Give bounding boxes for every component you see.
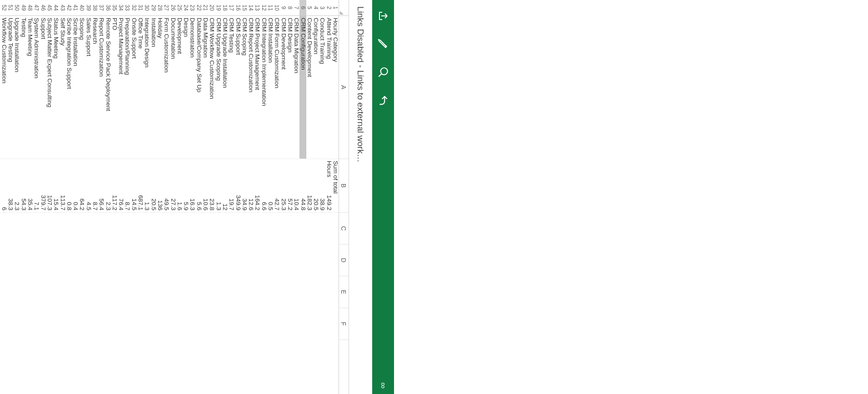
cell-b[interactable]: 2.3 <box>105 159 111 213</box>
draw-icon[interactable] <box>377 38 389 50</box>
cell-a[interactable]: PTO <box>111 16 118 159</box>
cell-b[interactable]: 5.9 <box>183 159 189 213</box>
row-header[interactable]: 47 <box>33 0 40 16</box>
cell-a[interactable]: Content Development <box>306 16 313 159</box>
cell-b[interactable]: 113.7 <box>59 159 65 213</box>
cell-b[interactable]: 8.7 <box>124 159 130 213</box>
row-header[interactable]: 5 <box>306 0 313 16</box>
row-header[interactable]: 50 <box>14 0 20 16</box>
share-icon[interactable] <box>377 10 389 22</box>
cell-b[interactable]: 7.1 <box>33 159 40 213</box>
cell-a[interactable]: Database/Company Set Up <box>195 16 202 159</box>
cell-a[interactable]: Workflow Customization <box>1 16 7 159</box>
row-header[interactable]: 2 <box>325 0 332 16</box>
cell-a[interactable]: Installation <box>150 16 156 159</box>
undo-icon[interactable] <box>377 95 389 106</box>
cell-b[interactable]: 20.5 <box>313 159 319 213</box>
row-header[interactable]: 33 <box>124 0 130 16</box>
cell-a[interactable]: CRM Data Migration <box>293 16 299 159</box>
cell-b[interactable]: 49.5 <box>163 159 170 213</box>
cell-b[interactable]: 2.3 <box>14 159 20 213</box>
cell-b[interactable]: 19.7 <box>228 159 234 213</box>
cell-b[interactable]: 10.4 <box>293 159 299 213</box>
cell-b[interactable]: 0.5 <box>267 159 274 213</box>
row-header[interactable]: 18 <box>222 0 228 16</box>
row-header[interactable]: 16 <box>234 0 241 16</box>
cell-b[interactable]: 15.4 <box>53 159 59 213</box>
row-header[interactable]: 46 <box>40 0 46 16</box>
row-header[interactable]: 14 <box>248 0 254 16</box>
row-header[interactable]: 32 <box>131 0 137 16</box>
cell-a[interactable]: CRM Support <box>234 16 241 159</box>
row-header[interactable]: 29 <box>150 0 156 16</box>
cell-a[interactable]: Team Meeting <box>27 16 33 159</box>
cell-a[interactable]: Report Customization <box>98 16 105 159</box>
row-header[interactable]: 40 <box>79 0 85 16</box>
cell-a[interactable]: Preparation/Planning <box>124 16 130 159</box>
row-header[interactable]: 12 <box>260 0 267 16</box>
row-header[interactable]: 44 <box>53 0 59 16</box>
cell-a[interactable]: Design <box>183 16 189 159</box>
cell-a[interactable]: CRM Installation <box>267 16 274 159</box>
row-header[interactable]: 39 <box>85 0 91 16</box>
cell-b[interactable]: 38.9 <box>319 159 325 213</box>
row-header[interactable]: 45 <box>46 0 53 16</box>
cell-b[interactable]: 14.5 <box>131 159 137 213</box>
cell-a[interactable]: CRM Testing <box>228 16 234 159</box>
row-header[interactable]: 10 <box>274 0 280 16</box>
cell-b[interactable]: 35.4 <box>27 159 33 213</box>
cell-b[interactable]: 12 <box>222 159 228 213</box>
cell-a[interactable]: Integration Design <box>144 16 150 159</box>
cell-b[interactable]: 27.3 <box>170 159 176 213</box>
row-header[interactable]: 52 <box>1 0 7 16</box>
row-header[interactable]: 42 <box>66 0 72 16</box>
cell-b[interactable]: 76.4 <box>118 159 124 213</box>
cell-b[interactable]: 164.2 <box>254 159 260 213</box>
more-icon[interactable]: ∞ <box>378 382 388 389</box>
row-header[interactable]: 35 <box>111 0 118 16</box>
cell-a[interactable]: Conduct Training <box>319 16 325 159</box>
cell-b[interactable]: 34.9 <box>241 159 248 213</box>
links-disabled-banner[interactable]: Links Disabled - Links to external work… <box>349 0 372 394</box>
cell-a[interactable]: CRM Upgrade Scoping <box>215 16 221 159</box>
row-header[interactable]: 6 <box>299 0 306 16</box>
cell-a[interactable]: CRM Project Management <box>254 16 260 159</box>
row-header[interactable]: 15 <box>241 0 248 16</box>
row-header[interactable]: 30 <box>144 0 150 16</box>
cell-a[interactable]: Upgrade Installation <box>14 16 20 159</box>
col-header-f[interactable]: F <box>339 308 349 340</box>
cell-b[interactable]: 42.7 <box>274 159 280 213</box>
cell-b[interactable]: 117.2 <box>111 159 118 213</box>
row-header[interactable]: 8 <box>287 0 293 16</box>
cell-a[interactable]: Demonstration <box>189 16 195 159</box>
col-header-e[interactable]: E <box>339 276 349 308</box>
row-header[interactable]: 37 <box>98 0 105 16</box>
cell-a[interactable]: Grand Total <box>0 16 1 159</box>
row-header[interactable]: 48 <box>27 0 33 16</box>
cell-b[interactable]: 23.8 <box>209 159 215 213</box>
row-header[interactable]: 31 <box>137 0 144 16</box>
cell-a[interactable]: Development <box>176 16 183 159</box>
row-header[interactable]: 17 <box>228 0 234 16</box>
col-header-d[interactable]: D <box>339 244 349 276</box>
cell-a[interactable]: CRM Upgrade Installation <box>222 16 228 159</box>
cell-b[interactable]: 20.5 <box>150 159 156 213</box>
select-all-cell[interactable] <box>339 0 349 16</box>
cell-a[interactable]: CRM Configuration <box>299 16 306 159</box>
row-header[interactable]: 38 <box>92 0 98 16</box>
cell-b[interactable]: 44.8 <box>299 159 306 213</box>
cell-b[interactable]: 6.6 <box>260 159 267 213</box>
cell-b[interactable]: 64.2 <box>79 159 85 213</box>
cell-a[interactable]: Data Migration <box>202 16 209 159</box>
cell-b[interactable]: 56.4 <box>98 159 105 213</box>
cell-a[interactable]: CRM Report Customization <box>248 16 254 159</box>
cell-b[interactable]: 38.3 <box>7 159 14 213</box>
row-header[interactable]: 4 <box>313 0 319 16</box>
cell-b[interactable]: 12.6 <box>248 159 254 213</box>
cell-b[interactable]: 8.7 <box>92 159 98 213</box>
cell-b[interactable]: 379.7 <box>40 159 46 213</box>
cell-a[interactable]: CRM Development <box>280 16 286 159</box>
cell-b[interactable]: 1.6 <box>176 159 183 213</box>
row-header[interactable]: 43 <box>59 0 65 16</box>
cell-b[interactable]: 10.6 <box>202 159 209 213</box>
